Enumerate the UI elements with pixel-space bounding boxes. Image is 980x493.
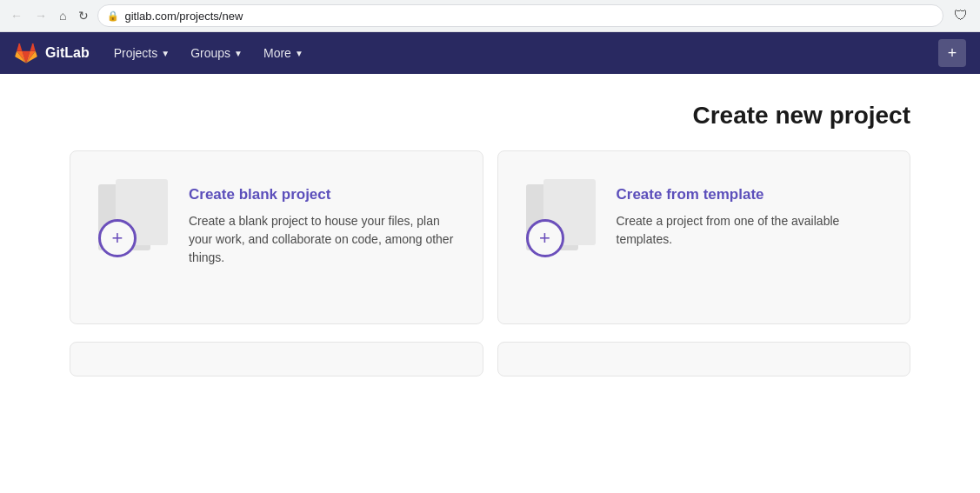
template-project-icon-area: + <box>526 179 596 257</box>
blank-project-title: Create blank project <box>189 186 455 203</box>
template-icon-wrapper: + <box>526 179 596 257</box>
cards-grid: + Create blank project Create a blank pr… <box>0 150 980 342</box>
forward-button[interactable]: → <box>31 7 50 24</box>
url-text: gitlab.com/projects/new <box>124 10 243 23</box>
address-bar[interactable]: 🔒 gitlab.com/projects/new <box>97 4 943 27</box>
blank-project-description: Create a blank project to house your fil… <box>189 212 455 267</box>
nav-groups-label: Groups <box>190 46 230 60</box>
bottom-cards-grid <box>0 342 980 376</box>
nav-projects-label: Projects <box>114 46 158 60</box>
nav-more-label: More <box>263 46 291 60</box>
nav-more[interactable]: More ▼ <box>253 32 314 74</box>
blank-project-content: Create blank project Create a blank proj… <box>189 179 455 267</box>
shield-icon[interactable]: 🛡 <box>949 3 973 28</box>
template-project-title: Create from template <box>617 186 883 203</box>
bottom-card-left[interactable] <box>70 342 483 376</box>
page-content: Create new project + Create blank projec… <box>0 74 980 493</box>
lock-icon: 🔒 <box>107 10 119 22</box>
navbar-brand[interactable]: GitLab <box>14 41 90 65</box>
navbar-new-button[interactable]: + <box>938 39 966 67</box>
plus-circle-icon: + <box>98 219 137 257</box>
back-button[interactable]: ← <box>7 7 26 24</box>
browser-chrome: ← → ⌂ ↻ 🔒 gitlab.com/projects/new 🛡 <box>0 0 980 32</box>
template-project-card[interactable]: + Create from template Create a project … <box>497 150 911 324</box>
projects-chevron-icon: ▼ <box>161 49 170 58</box>
navbar: GitLab Projects ▼ Groups ▼ More ▼ + <box>0 32 980 74</box>
more-chevron-icon: ▼ <box>295 49 303 58</box>
template-project-content: Create from template Create a project fr… <box>617 179 883 249</box>
blank-project-card[interactable]: + Create blank project Create a blank pr… <box>70 150 483 324</box>
blank-project-icon-area: + <box>98 179 168 257</box>
browser-toolbar: ← → ⌂ ↻ 🔒 gitlab.com/projects/new 🛡 <box>0 0 980 31</box>
page-header: Create new project <box>0 74 980 150</box>
home-button[interactable]: ⌂ <box>56 7 70 24</box>
brand-text: GitLab <box>45 45 90 61</box>
reload-button[interactable]: ↻ <box>75 7 92 24</box>
template-plus-circle-icon: + <box>526 219 564 257</box>
gitlab-logo-icon <box>14 41 38 65</box>
groups-chevron-icon: ▼ <box>234 49 243 58</box>
nav-projects[interactable]: Projects ▼ <box>103 32 180 74</box>
bottom-card-right[interactable] <box>497 342 911 376</box>
blank-project-icon-wrapper: + <box>98 179 168 257</box>
template-project-description: Create a project from one of the availab… <box>617 212 883 249</box>
nav-groups[interactable]: Groups ▼ <box>180 32 253 74</box>
page-title: Create new project <box>70 102 910 130</box>
